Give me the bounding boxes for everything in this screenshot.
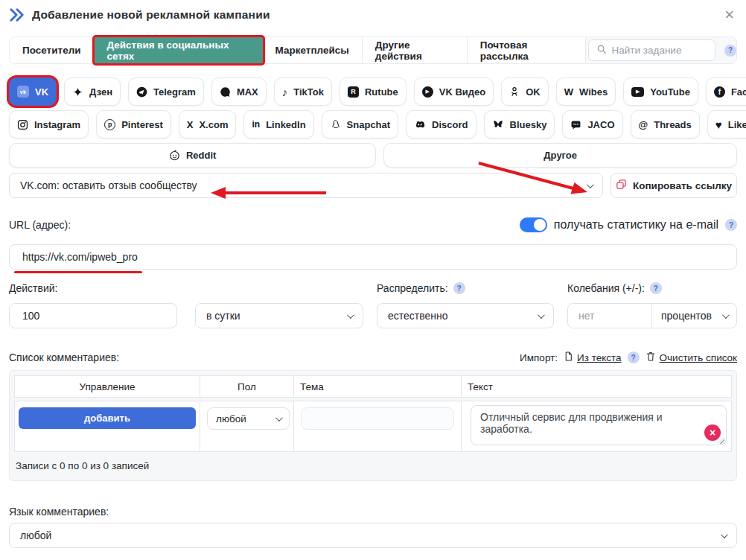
- trash-icon: [645, 351, 656, 364]
- network-button-instagram[interactable]: Instagram: [9, 110, 89, 139]
- network-button-reddit[interactable]: Reddit: [9, 143, 376, 168]
- network-button-tiktok[interactable]: ♪ TikTok: [274, 77, 332, 106]
- network-button-discord[interactable]: Discord: [406, 110, 476, 139]
- rutube-icon: R: [348, 86, 359, 98]
- linkedin-icon: in: [252, 120, 260, 129]
- close-icon[interactable]: ×: [721, 7, 737, 22]
- threads-icon: @: [639, 120, 648, 130]
- url-label: URL (адрес):: [9, 219, 71, 231]
- import-from-text-link[interactable]: Из текста: [564, 351, 622, 364]
- topic-input[interactable]: [301, 407, 454, 430]
- fluctuation-input[interactable]: [568, 304, 651, 328]
- network-button-max[interactable]: MAX: [211, 77, 267, 106]
- network-button-x[interactable]: X X.com: [179, 110, 237, 139]
- email-stats-toggle[interactable]: [520, 217, 547, 232]
- network-button-snapchat[interactable]: Snapchat: [322, 110, 399, 139]
- url-input[interactable]: [9, 244, 737, 270]
- network-button-telegram[interactable]: Telegram: [128, 77, 204, 106]
- max-icon: [220, 86, 231, 98]
- language-select[interactable]: любой: [9, 523, 737, 548]
- task-search: [588, 39, 715, 61]
- search-input[interactable]: [612, 45, 707, 56]
- comments-table: Управление Пол Тема Текст добавить любой…: [9, 370, 737, 481]
- network-button-other[interactable]: Другое: [383, 143, 737, 168]
- network-button-likee[interactable]: ♥ Likee: [707, 110, 746, 139]
- social-networks-row-1: vk VK Дзен Telegram MAX ♪ TikTok R Rutub…: [9, 77, 737, 106]
- network-button-youtube[interactable]: ▶ YouTube: [623, 77, 698, 106]
- task-select-row: VK.com: оставить отзыв сообществу Копиро…: [9, 173, 737, 198]
- network-button-linkedin[interactable]: in LinkedIn: [243, 110, 313, 139]
- help-icon[interactable]: ?: [724, 45, 736, 57]
- column-header-management: Управление: [15, 376, 200, 397]
- discord-icon: [414, 119, 426, 130]
- fluctuation-unit-select[interactable]: процентов: [651, 304, 736, 328]
- copy-link-button[interactable]: Копировать ссылку: [610, 173, 737, 198]
- distribute-label: Распределить:: [377, 282, 448, 294]
- column-header-topic: Тема: [294, 376, 462, 397]
- pinterest-icon: p: [104, 119, 115, 130]
- network-button-pinterest[interactable]: p Pinterest: [96, 110, 171, 139]
- instagram-icon: [17, 119, 28, 130]
- help-icon[interactable]: ?: [650, 282, 662, 294]
- network-button-wibes[interactable]: W Wibes: [556, 77, 616, 106]
- chevron-down-icon: [587, 181, 594, 188]
- tab-other-actions[interactable]: Другие действия: [363, 37, 468, 63]
- telegram-icon: [136, 86, 147, 98]
- chevron-down-icon: [722, 311, 730, 319]
- network-button-rutube[interactable]: R Rutube: [339, 77, 407, 106]
- dialog-header: Добавление новой рекламной кампании ×: [9, 0, 737, 22]
- delete-comment-button[interactable]: ×: [704, 424, 721, 441]
- network-button-jaco[interactable]: JACO: [562, 110, 622, 139]
- network-button-vk-video[interactable]: ▶ VK Видео: [414, 77, 494, 106]
- email-stats-label: получать статистику на e-mail: [554, 218, 718, 232]
- document-icon: [564, 351, 573, 364]
- clear-list-link[interactable]: Очистить список: [645, 351, 737, 364]
- comment-textarea[interactable]: Отличный сервис для продвижения и зарабо…: [471, 405, 727, 445]
- task-select-value: VK.com: оставить отзыв сообществу: [20, 179, 197, 191]
- tab-social-actions[interactable]: Действия в социальных сетях: [95, 37, 263, 63]
- period-select[interactable]: в сутки: [195, 303, 363, 328]
- records-count: Записи с 0 по 0 из 0 записей: [14, 452, 732, 480]
- chevron-down-icon: [721, 531, 728, 538]
- comments-list-label: Список комментариев:: [9, 351, 119, 363]
- chevron-down-icon: [538, 311, 545, 319]
- youtube-icon: ▶: [631, 87, 644, 97]
- network-button-facebook[interactable]: f Facebook: [706, 77, 746, 106]
- network-button-vk[interactable]: vk VK: [9, 77, 57, 106]
- network-button-bluesky[interactable]: Bluesky: [484, 110, 555, 139]
- tab-email-newsletter[interactable]: Почтовая рассылка: [468, 37, 586, 63]
- actions-count-input[interactable]: [9, 303, 177, 328]
- distribute-select[interactable]: естественно: [377, 303, 554, 328]
- add-comment-button[interactable]: добавить: [19, 407, 196, 429]
- task-select[interactable]: VK.com: оставить отзыв сообществу: [9, 173, 603, 198]
- comments-table-header: Управление Пол Тема Текст: [14, 375, 732, 398]
- wibes-icon: W: [564, 87, 573, 97]
- network-button-dzen[interactable]: Дзен: [64, 77, 121, 106]
- page-title: Добавление новой рекламной кампании: [32, 8, 270, 22]
- add-campaign-dialog: Добавление новой рекламной кампании × По…: [0, 0, 746, 560]
- reddit-icon: [169, 150, 180, 161]
- search-icon: [596, 44, 607, 57]
- import-label: Импорт:: [520, 352, 558, 363]
- help-icon[interactable]: ?: [453, 282, 465, 294]
- tab-visitors[interactable]: Посетители: [10, 37, 95, 63]
- social-networks-row-3: Reddit Другое: [9, 143, 737, 168]
- language-label: Язык комментариев:: [9, 506, 737, 518]
- likee-heart-icon: ♥: [715, 119, 722, 130]
- network-button-threads[interactable]: @ Threads: [631, 110, 700, 139]
- actions-count-label: Действий:: [9, 282, 57, 294]
- task-type-tabs: Посетители Действия в социальных сетях М…: [9, 36, 737, 64]
- double-chevron-icon: [9, 8, 25, 22]
- snapchat-icon: [330, 119, 341, 130]
- gender-select[interactable]: любой: [207, 407, 290, 430]
- copy-icon: [616, 179, 627, 192]
- network-button-ok[interactable]: OK: [501, 77, 549, 106]
- vk-icon: vk: [17, 86, 29, 98]
- chevron-down-icon: [347, 311, 354, 319]
- tiktok-icon: ♪: [282, 86, 288, 98]
- help-icon[interactable]: ?: [725, 219, 737, 231]
- tab-marketplaces[interactable]: Маркетплейсы: [263, 37, 363, 63]
- bluesky-icon: [492, 119, 504, 130]
- help-icon[interactable]: ?: [628, 351, 640, 363]
- chevron-down-icon: [275, 414, 283, 421]
